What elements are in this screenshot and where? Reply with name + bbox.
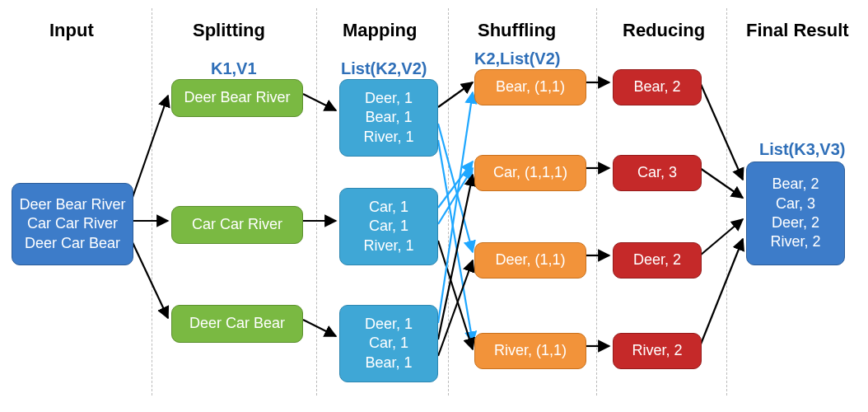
split-block: Deer Bear River bbox=[171, 79, 303, 117]
reduce-block: Deer, 2 bbox=[613, 242, 702, 279]
reduce-block: River, 2 bbox=[613, 333, 702, 369]
stage-header-input: Input bbox=[49, 20, 94, 41]
input-line: Car Car River bbox=[27, 214, 118, 233]
input-block: Deer Bear River Car Car River Deer Car B… bbox=[12, 183, 133, 265]
subtitle-split: K1,V1 bbox=[211, 59, 257, 78]
input-line: Deer Bear River bbox=[19, 195, 125, 214]
subtitle-shuffle: K2,List(V2) bbox=[474, 49, 560, 68]
stage-header-shuffle: Shuffling bbox=[478, 20, 556, 41]
stage-header-split: Splitting bbox=[193, 20, 265, 41]
stage-header-map: Mapping bbox=[343, 20, 417, 41]
reduce-block: Car, 3 bbox=[613, 155, 702, 191]
shuffle-block: Car, (1,1,1) bbox=[474, 155, 586, 191]
split-block: Car Car River bbox=[171, 206, 303, 244]
stage-header-reduce: Reducing bbox=[623, 20, 705, 41]
subtitle-map: List(K2,V2) bbox=[341, 59, 427, 78]
map-block: Deer, 1Bear, 1River, 1 bbox=[339, 79, 438, 157]
shuffle-block: Deer, (1,1) bbox=[474, 242, 586, 279]
input-line: Deer Car Bear bbox=[25, 234, 120, 253]
shuffle-block: Bear, (1,1) bbox=[474, 69, 586, 105]
map-block: Deer, 1Car, 1Bear, 1 bbox=[339, 305, 438, 382]
stage-header-final: Final Result bbox=[746, 20, 849, 41]
map-block: Car, 1Car, 1River, 1 bbox=[339, 188, 438, 265]
final-block: Bear, 2 Car, 3 Deer, 2 River, 2 bbox=[746, 162, 845, 265]
shuffle-block: River, (1,1) bbox=[474, 333, 586, 369]
subtitle-final: List(K3,V3) bbox=[759, 140, 845, 159]
reduce-block: Bear, 2 bbox=[613, 69, 702, 105]
mapreduce-diagram: Input Splitting Mapping Shuffling Reduci… bbox=[0, 0, 868, 412]
split-block: Deer Car Bear bbox=[171, 305, 303, 343]
